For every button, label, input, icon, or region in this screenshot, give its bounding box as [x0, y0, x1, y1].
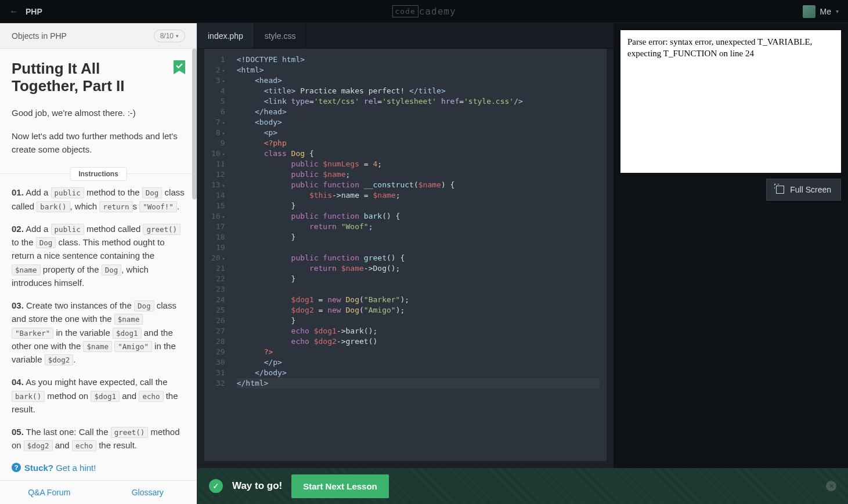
scrollbar[interactable] — [192, 49, 197, 200]
instruction-5: 05. The last one: Call the greet() metho… — [12, 425, 185, 452]
logo-tail: cademy — [419, 6, 456, 17]
bottom-bar: ✓ Way to go! Start Next Lesson ✕ — [197, 468, 848, 504]
tab-index[interactable]: index.php — [197, 23, 254, 48]
tab-style[interactable]: style.css — [254, 23, 307, 48]
progress-text: 8/10 — [160, 32, 174, 40]
fullscreen-button[interactable]: Full Screen — [766, 179, 841, 201]
user-menu[interactable]: Me ▾ — [803, 5, 839, 18]
left-footer: Q&A Forum Glossary — [0, 480, 197, 504]
user-label: Me — [820, 7, 831, 16]
output-error-text: Parse error: syntax error, unexpected T_… — [627, 37, 812, 58]
left-panel-header: Objects in PHP 8/10 ▾ — [0, 23, 197, 49]
left-panel: Objects in PHP 8/10 ▾ Putting It All Tog… — [0, 23, 197, 504]
tabs: index.php style.css — [197, 23, 614, 49]
lesson-title: Putting It All Together, Part II — [12, 60, 168, 95]
bookmark-icon[interactable] — [174, 60, 185, 77]
gutter: 1 2▾ 3▾ 4 5 6 7▾ 8▾ 9 10▾ 11 12 13▾ 14 — [204, 49, 230, 461]
top-header: ← PHP codecademy Me ▾ — [0, 0, 848, 23]
question-icon: ? — [12, 463, 21, 472]
fullscreen-icon — [776, 186, 784, 194]
main: Objects in PHP 8/10 ▾ Putting It All Tog… — [0, 23, 848, 504]
glossary-link[interactable]: Glossary — [99, 481, 197, 504]
logo[interactable]: codecademy — [392, 5, 456, 17]
code-editor[interactable]: 1 2▾ 3▾ 4 5 6 7▾ 8▾ 9 10▾ 11 12 13▾ 14 — [204, 49, 607, 461]
logo-box: code — [392, 5, 418, 17]
instruction-1: 01. Add a public method to the Dog class… — [12, 186, 185, 213]
start-next-button[interactable]: Start Next Lesson — [291, 474, 389, 498]
header-left: ← PHP — [9, 6, 42, 17]
chevron-down-icon: ▾ — [836, 8, 839, 14]
instruction-2: 02. Add a public method called greet() t… — [12, 222, 185, 289]
editor-area: index.php style.css 1 2▾ 3▾ 4 5 6 7▾ 8▾ … — [197, 23, 614, 468]
topic-title: Objects in PHP — [12, 31, 67, 41]
instruction-3: 03. Create two instances of the Dog clas… — [12, 299, 185, 366]
instruction-4: 04. As you might have expected, call the… — [12, 375, 185, 416]
hint-link[interactable]: ? Stuck? Get a hint! — [12, 463, 185, 473]
chevron-down-icon: ▾ — [176, 33, 179, 39]
back-arrow-icon[interactable]: ← — [9, 6, 19, 17]
close-icon[interactable]: ✕ — [826, 481, 836, 491]
output-panel: Parse error: syntax error, unexpected T_… — [614, 23, 848, 468]
avatar — [803, 5, 815, 18]
lesson-intro-2: Now let's add two further methods and le… — [12, 130, 185, 156]
code-lines[interactable]: <!DOCTYPE html> <html> <head> <title> Pr… — [230, 49, 607, 461]
instructions-label: Instructions — [70, 167, 127, 181]
lesson-intro-1: Good job, we're almost there. :-) — [12, 107, 185, 120]
bottom-left: ✓ Way to go! Start Next Lesson — [209, 474, 389, 498]
success-message: Way to go! — [232, 480, 282, 492]
output-frame: Parse error: syntax error, unexpected T_… — [620, 30, 841, 173]
language-label: PHP — [26, 7, 42, 16]
fullscreen-label: Full Screen — [790, 185, 831, 194]
progress-pill[interactable]: 8/10 ▾ — [154, 30, 185, 42]
middle-column: index.php style.css 1 2▾ 3▾ 4 5 6 7▾ 8▾ … — [197, 23, 848, 504]
qa-forum-link[interactable]: Q&A Forum — [0, 481, 99, 504]
left-panel-body: Putting It All Together, Part II Good jo… — [0, 49, 197, 480]
instructions-divider: Instructions — [0, 173, 197, 174]
check-icon: ✓ — [209, 479, 223, 493]
editor-row: index.php style.css 1 2▾ 3▾ 4 5 6 7▾ 8▾ … — [197, 23, 848, 468]
